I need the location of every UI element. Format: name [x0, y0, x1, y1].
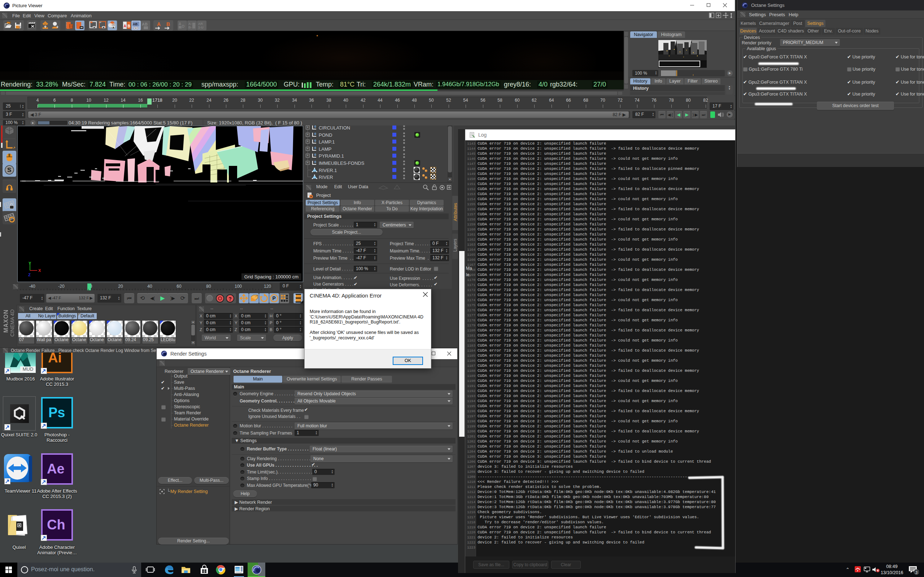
svg-text:S: S: [7, 167, 11, 174]
svg-text:A: A: [124, 24, 126, 28]
svg-text:AB: AB: [133, 23, 137, 26]
svg-text:B: B: [166, 21, 170, 27]
svg-text:3: 3: [915, 570, 918, 574]
svg-text:AB: AB: [142, 22, 148, 26]
svg-text:0: 0: [314, 132, 316, 135]
svg-text:D: D: [182, 24, 184, 29]
svg-text:AR: AR: [198, 22, 203, 26]
svg-text:X: X: [38, 268, 41, 272]
svg-text:A: A: [157, 21, 161, 27]
svg-text:B: B: [128, 24, 130, 28]
svg-text:0: 0: [314, 126, 316, 128]
svg-text:1-U: 1-U: [198, 26, 204, 29]
svg-text:0: 0: [314, 139, 316, 142]
svg-text:Z: Z: [28, 272, 31, 277]
svg-text:0: 0: [314, 153, 316, 156]
svg-text:Y: Y: [29, 261, 31, 266]
svg-text:?: ?: [18, 25, 21, 30]
svg-text:0: 0: [314, 160, 316, 164]
svg-text:0: 0: [314, 146, 316, 150]
svg-text:P: P: [273, 295, 276, 301]
svg-text:A-: A-: [188, 22, 192, 26]
svg-text:B-: B-: [188, 26, 192, 29]
svg-text:A: A: [179, 22, 181, 26]
